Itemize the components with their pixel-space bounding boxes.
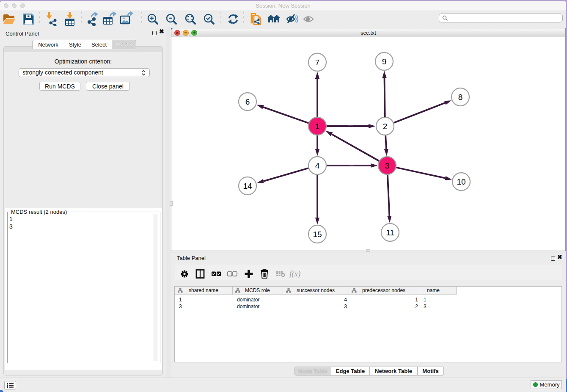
svg-text:7: 7 [315, 58, 320, 67]
svg-text:10: 10 [457, 177, 465, 186]
svg-text:11: 11 [386, 228, 394, 237]
svg-text:15: 15 [313, 230, 322, 239]
svg-text:8: 8 [458, 93, 463, 102]
svg-text:6: 6 [245, 97, 250, 106]
svg-text:3: 3 [385, 161, 390, 170]
svg-text:f(x): f(x) [289, 269, 300, 279]
svg-text:14: 14 [243, 182, 252, 190]
svg-text:1: 1 [315, 122, 320, 131]
svg-text:2: 2 [383, 122, 388, 131]
svg-text:4: 4 [315, 161, 320, 170]
svg-text:9: 9 [382, 57, 387, 66]
